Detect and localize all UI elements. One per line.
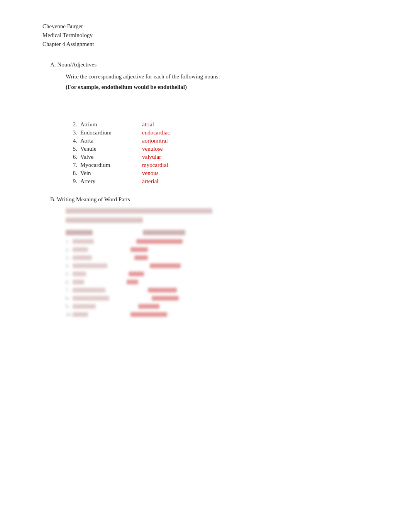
blurred-row: 10. <box>66 311 379 318</box>
noun-number: 6. <box>66 154 77 160</box>
blurred-row: 2. <box>66 246 379 253</box>
blurred-answer <box>148 288 177 292</box>
blurred-row: 5. <box>66 271 379 277</box>
noun-adjective-list: 2.Atriumatrial3.Endocardiumendocardiac4.… <box>66 121 379 185</box>
noun-row-3: 3.Endocardiumendocardiac <box>66 129 379 136</box>
noun-answer: arterial <box>142 178 158 185</box>
row-number: 5. <box>66 271 73 277</box>
blurred-row: 3. <box>66 255 379 261</box>
noun-number: 4. <box>66 138 77 144</box>
blurred-row: 4. <box>66 263 379 269</box>
blurred-row: 8. <box>66 295 379 301</box>
noun-word: Atrium <box>80 121 142 128</box>
blurred-answer <box>130 247 148 252</box>
noun-answer: valvular <box>142 154 161 160</box>
section-b-blurred: 1.2.3.4.5.6.7.8.9.10. <box>50 208 379 318</box>
student-name: Cheyenne Burger <box>42 23 379 30</box>
noun-word: Venule <box>80 146 142 152</box>
course-name: Medical Terminology <box>42 32 379 39</box>
blurred-answer <box>129 272 144 276</box>
blurred-term <box>73 272 86 276</box>
noun-number: 7. <box>66 162 77 168</box>
noun-row-5: 5.Venulevenulose <box>66 146 379 152</box>
blurred-row: 9. <box>66 303 379 309</box>
blurred-term <box>73 247 88 252</box>
noun-number: 2. <box>66 121 77 128</box>
noun-answer: venous <box>142 170 159 177</box>
blurred-term <box>73 288 105 292</box>
word-parts-table: 1.2.3.4.5.6.7.8.9.10. <box>66 230 379 318</box>
blurred-answer <box>150 263 181 268</box>
noun-number: 9. <box>66 178 77 185</box>
noun-answer: atrial <box>142 121 154 128</box>
noun-row-2: 2.Atriumatrial <box>66 121 379 128</box>
blurred-answer <box>130 312 167 317</box>
noun-row-8: 8.Veinvenous <box>66 170 379 177</box>
noun-number: 5. <box>66 146 77 152</box>
blurred-row: 6. <box>66 279 379 285</box>
row-number: 10. <box>66 311 73 318</box>
header-block: Cheyenne Burger Medical Terminology Chap… <box>42 23 379 48</box>
noun-word: Endocardium <box>80 129 142 136</box>
blurred-term <box>73 263 107 268</box>
blurred-answer <box>136 239 183 244</box>
noun-word: Vein <box>80 170 142 177</box>
noun-word: Myocardium <box>80 162 142 168</box>
row-number: 3. <box>66 255 73 261</box>
row-number: 8. <box>66 295 73 301</box>
noun-word: Valve <box>80 154 142 160</box>
blurred-term <box>73 239 94 244</box>
blurred-row: 1. <box>66 238 379 245</box>
blurred-term <box>73 255 92 260</box>
noun-row-6: 6.Valvevalvular <box>66 154 379 160</box>
row-number: 1. <box>66 238 73 245</box>
noun-answer: venulose <box>142 146 163 152</box>
section-b-instruction <box>66 208 379 214</box>
section-b-example <box>66 218 379 223</box>
section-a-example: (For example, endothelium would be endot… <box>66 84 379 90</box>
blurred-answer <box>138 304 159 309</box>
blurred-answer <box>127 280 138 284</box>
row-number: 2. <box>66 246 73 253</box>
blurred-term <box>73 312 88 317</box>
noun-row-4: 4.Aortaaortomitral <box>66 138 379 144</box>
section-a-title: A. Noun/Adjectives <box>50 61 379 68</box>
noun-answer: aortomitral <box>142 138 168 144</box>
section-b-title: B. Writing Meaning of Word Parts <box>50 196 379 203</box>
noun-row-9: 9.Arteryarterial <box>66 178 379 185</box>
table-header <box>66 230 379 235</box>
blurred-answer <box>152 296 179 301</box>
assignment-title: Chapter 4 Assignment <box>42 41 379 48</box>
noun-number: 8. <box>66 170 77 177</box>
blurred-term <box>73 280 84 284</box>
noun-number: 3. <box>66 129 77 136</box>
row-number: 9. <box>66 303 73 309</box>
blurred-answer <box>134 255 148 260</box>
blurred-row: 7. <box>66 287 379 293</box>
section-b: B. Writing Meaning of Word Parts 1.2.3.4… <box>50 196 379 318</box>
row-number: 4. <box>66 263 73 269</box>
blurred-table-rows: 1.2.3.4.5.6.7.8.9.10. <box>66 238 379 318</box>
row-number: 6. <box>66 279 73 285</box>
noun-answer: endocardiac <box>142 129 170 136</box>
section-a-instruction: Write the corresponding adjective for ea… <box>66 73 379 80</box>
blurred-term <box>73 296 109 301</box>
row-number: 7. <box>66 287 73 293</box>
blurred-term <box>73 304 96 309</box>
noun-word: Aorta <box>80 138 142 144</box>
section-a: A. Noun/Adjectives Write the correspondi… <box>50 61 379 185</box>
noun-row-7: 7.Myocardiummyocardial <box>66 162 379 168</box>
noun-word: Artery <box>80 178 142 185</box>
noun-answer: myocardial <box>142 162 168 168</box>
